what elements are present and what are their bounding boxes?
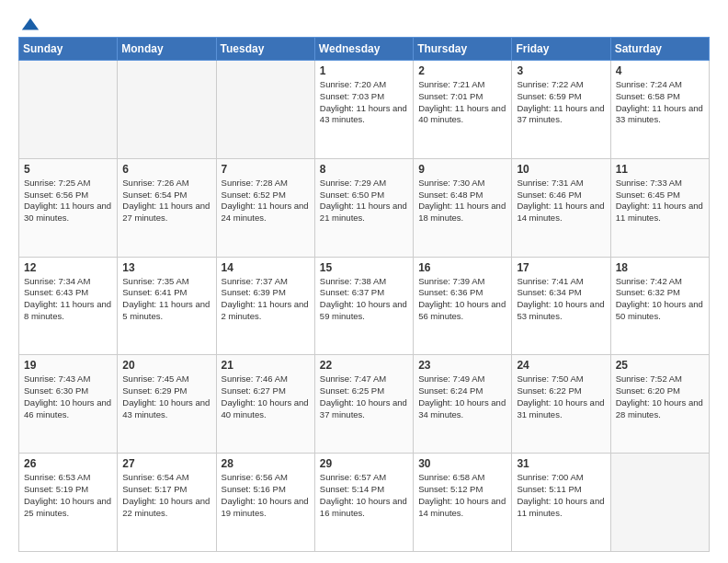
weekday-header-wednesday: Wednesday [314, 38, 413, 61]
day-info: Sunrise: 7:43 AMSunset: 6:30 PMDaylight:… [24, 373, 112, 420]
day-number: 6 [122, 163, 210, 176]
day-number: 25 [616, 359, 704, 372]
day-info: Sunrise: 7:25 AMSunset: 6:56 PMDaylight:… [24, 178, 112, 224]
header [18, 15, 710, 31]
calendar-cell: 19Sunrise: 7:43 AMSunset: 6:30 PMDayligh… [19, 355, 118, 454]
calendar-cell [610, 454, 709, 552]
calendar-cell: 25Sunrise: 7:52 AMSunset: 6:20 PMDayligh… [610, 355, 709, 454]
day-info: Sunrise: 7:31 AMSunset: 6:46 PMDaylight:… [517, 178, 605, 224]
week-row-4: 19Sunrise: 7:43 AMSunset: 6:30 PMDayligh… [19, 355, 710, 454]
calendar-cell [216, 61, 314, 159]
day-info: Sunrise: 7:49 AMSunset: 6:24 PMDaylight:… [418, 373, 506, 420]
logo [18, 15, 40, 31]
day-number: 23 [418, 359, 506, 372]
calendar-cell: 24Sunrise: 7:50 AMSunset: 6:22 PMDayligh… [512, 355, 610, 454]
day-info: Sunrise: 7:41 AMSunset: 6:34 PMDaylight:… [517, 276, 605, 323]
calendar-cell: 21Sunrise: 7:46 AMSunset: 6:27 PMDayligh… [216, 355, 314, 454]
day-number: 31 [517, 457, 605, 470]
day-info: Sunrise: 7:46 AMSunset: 6:27 PMDaylight:… [222, 373, 310, 420]
day-info: Sunrise: 7:29 AMSunset: 6:50 PMDaylight:… [320, 178, 408, 224]
day-info: Sunrise: 7:38 AMSunset: 6:37 PMDaylight:… [320, 276, 408, 323]
weekday-header-sunday: Sunday [19, 38, 118, 61]
calendar-cell: 5Sunrise: 7:25 AMSunset: 6:56 PMDaylight… [19, 158, 118, 257]
day-number: 26 [24, 457, 112, 470]
day-number: 17 [517, 261, 605, 274]
day-number: 5 [24, 163, 112, 176]
weekday-header-row: SundayMondayTuesdayWednesdayThursdayFrid… [19, 38, 710, 61]
day-info: Sunrise: 7:35 AMSunset: 6:41 PMDaylight:… [122, 276, 210, 323]
weekday-header-saturday: Saturday [610, 38, 709, 61]
day-number: 7 [222, 163, 310, 176]
calendar-cell: 17Sunrise: 7:41 AMSunset: 6:34 PMDayligh… [512, 257, 610, 355]
calendar-cell: 31Sunrise: 7:00 AMSunset: 5:11 PMDayligh… [512, 454, 610, 552]
day-info: Sunrise: 6:56 AMSunset: 5:16 PMDaylight:… [222, 472, 310, 519]
day-number: 20 [122, 359, 210, 372]
day-info: Sunrise: 6:57 AMSunset: 5:14 PMDaylight:… [320, 472, 408, 519]
day-number: 18 [616, 261, 704, 274]
day-info: Sunrise: 7:22 AMSunset: 6:59 PMDaylight:… [517, 79, 605, 126]
calendar-cell: 11Sunrise: 7:33 AMSunset: 6:45 PMDayligh… [610, 158, 709, 257]
calendar-cell: 13Sunrise: 7:35 AMSunset: 6:41 PMDayligh… [118, 257, 216, 355]
day-number: 30 [418, 457, 506, 470]
day-info: Sunrise: 7:21 AMSunset: 7:01 PMDaylight:… [418, 79, 506, 126]
day-number: 21 [222, 359, 310, 372]
week-row-2: 5Sunrise: 7:25 AMSunset: 6:56 PMDaylight… [19, 158, 710, 257]
calendar-cell [118, 61, 216, 159]
calendar-cell: 8Sunrise: 7:29 AMSunset: 6:50 PMDaylight… [314, 158, 413, 257]
day-info: Sunrise: 7:42 AMSunset: 6:32 PMDaylight:… [616, 276, 704, 323]
day-info: Sunrise: 7:52 AMSunset: 6:20 PMDaylight:… [616, 373, 704, 420]
calendar-cell: 23Sunrise: 7:49 AMSunset: 6:24 PMDayligh… [414, 355, 512, 454]
day-number: 9 [418, 163, 506, 176]
day-info: Sunrise: 7:30 AMSunset: 6:48 PMDaylight:… [418, 178, 506, 224]
calendar-cell: 20Sunrise: 7:45 AMSunset: 6:29 PMDayligh… [118, 355, 216, 454]
day-info: Sunrise: 7:20 AMSunset: 7:03 PMDaylight:… [320, 79, 408, 126]
calendar-cell: 4Sunrise: 7:24 AMSunset: 6:58 PMDaylight… [610, 61, 709, 159]
calendar-cell: 10Sunrise: 7:31 AMSunset: 6:46 PMDayligh… [512, 158, 610, 257]
logo-icon [20, 15, 40, 35]
calendar-cell: 12Sunrise: 7:34 AMSunset: 6:43 PMDayligh… [19, 257, 118, 355]
day-number: 28 [222, 457, 310, 470]
day-number: 29 [320, 457, 408, 470]
day-number: 3 [517, 64, 605, 77]
day-number: 14 [222, 261, 310, 274]
day-number: 12 [24, 261, 112, 274]
calendar-cell: 6Sunrise: 7:26 AMSunset: 6:54 PMDaylight… [118, 158, 216, 257]
calendar-cell: 14Sunrise: 7:37 AMSunset: 6:39 PMDayligh… [216, 257, 314, 355]
day-number: 15 [320, 261, 408, 274]
weekday-header-tuesday: Tuesday [216, 38, 314, 61]
calendar-cell: 3Sunrise: 7:22 AMSunset: 6:59 PMDaylight… [512, 61, 610, 159]
calendar-table: SundayMondayTuesdayWednesdayThursdayFrid… [18, 37, 710, 552]
calendar-cell: 15Sunrise: 7:38 AMSunset: 6:37 PMDayligh… [314, 257, 413, 355]
calendar-cell: 1Sunrise: 7:20 AMSunset: 7:03 PMDaylight… [314, 61, 413, 159]
day-number: 16 [418, 261, 506, 274]
day-info: Sunrise: 7:33 AMSunset: 6:45 PMDaylight:… [616, 178, 704, 224]
day-number: 10 [517, 163, 605, 176]
weekday-header-thursday: Thursday [414, 38, 512, 61]
week-row-5: 26Sunrise: 6:53 AMSunset: 5:19 PMDayligh… [19, 454, 710, 552]
day-info: Sunrise: 7:24 AMSunset: 6:58 PMDaylight:… [616, 79, 704, 126]
day-number: 13 [122, 261, 210, 274]
day-info: Sunrise: 6:53 AMSunset: 5:19 PMDaylight:… [24, 472, 112, 519]
day-info: Sunrise: 7:39 AMSunset: 6:36 PMDaylight:… [418, 276, 506, 323]
calendar-cell: 26Sunrise: 6:53 AMSunset: 5:19 PMDayligh… [19, 454, 118, 552]
weekday-header-monday: Monday [118, 38, 216, 61]
day-info: Sunrise: 7:47 AMSunset: 6:25 PMDaylight:… [320, 373, 408, 420]
day-number: 24 [517, 359, 605, 372]
weekday-header-friday: Friday [512, 38, 610, 61]
day-info: Sunrise: 7:45 AMSunset: 6:29 PMDaylight:… [122, 373, 210, 420]
day-number: 11 [616, 163, 704, 176]
calendar-cell: 27Sunrise: 6:54 AMSunset: 5:17 PMDayligh… [118, 454, 216, 552]
svg-marker-0 [22, 18, 39, 30]
calendar-cell: 2Sunrise: 7:21 AMSunset: 7:01 PMDaylight… [414, 61, 512, 159]
day-info: Sunrise: 6:58 AMSunset: 5:12 PMDaylight:… [418, 472, 506, 519]
page: SundayMondayTuesdayWednesdayThursdayFrid… [0, 0, 728, 563]
calendar-cell: 29Sunrise: 6:57 AMSunset: 5:14 PMDayligh… [314, 454, 413, 552]
calendar-cell: 30Sunrise: 6:58 AMSunset: 5:12 PMDayligh… [414, 454, 512, 552]
day-info: Sunrise: 6:54 AMSunset: 5:17 PMDaylight:… [122, 472, 210, 519]
day-number: 4 [616, 64, 704, 77]
calendar-cell: 9Sunrise: 7:30 AMSunset: 6:48 PMDaylight… [414, 158, 512, 257]
day-number: 27 [122, 457, 210, 470]
day-info: Sunrise: 7:26 AMSunset: 6:54 PMDaylight:… [122, 178, 210, 224]
calendar-cell: 28Sunrise: 6:56 AMSunset: 5:16 PMDayligh… [216, 454, 314, 552]
week-row-3: 12Sunrise: 7:34 AMSunset: 6:43 PMDayligh… [19, 257, 710, 355]
